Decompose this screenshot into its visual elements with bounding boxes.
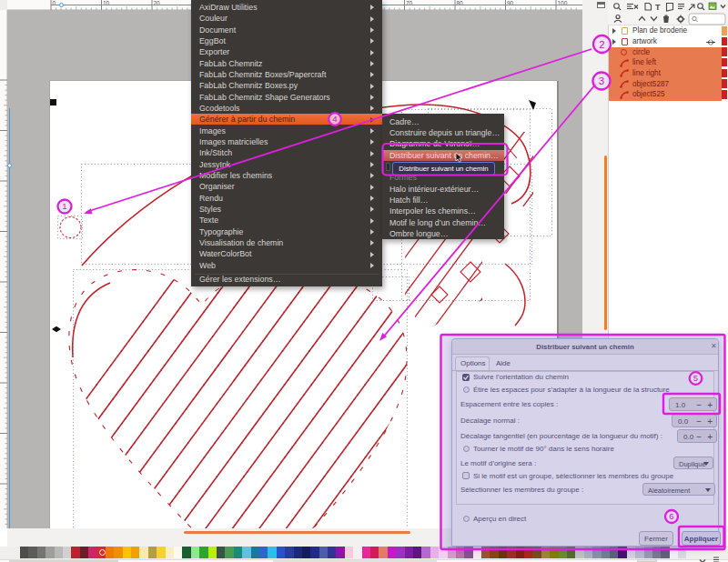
- svg-text:5: 5: [693, 373, 698, 383]
- svg-text:1: 1: [62, 201, 66, 211]
- svg-text:4: 4: [332, 114, 337, 124]
- svg-text:6: 6: [669, 511, 673, 521]
- svg-text:3: 3: [599, 75, 604, 86]
- svg-text:2: 2: [599, 39, 604, 50]
